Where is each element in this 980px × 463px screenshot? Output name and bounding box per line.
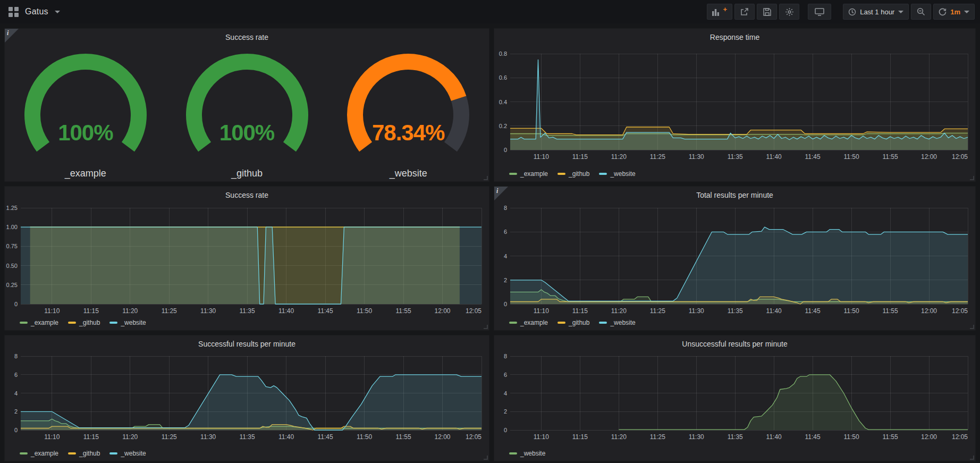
- legend-item-website[interactable]: _website: [109, 319, 146, 326]
- legend-item-website[interactable]: _website: [599, 319, 635, 326]
- svg-text:12:00: 12:00: [435, 433, 451, 441]
- panel-header[interactable]: Total results per minute: [494, 187, 975, 201]
- svg-text:11:45: 11:45: [318, 433, 333, 441]
- svg-text:4: 4: [504, 253, 507, 259]
- panel-success-rate-gauges: i Success rate 100%_example100%_github78…: [4, 28, 489, 182]
- settings-button[interactable]: [779, 4, 799, 20]
- chart-canvas[interactable]: 0246811:1011:1511:2011:2511:3011:3511:40…: [494, 335, 975, 461]
- legend-label: _example: [31, 450, 58, 457]
- series-_website: [619, 375, 968, 430]
- panel-total-results: i Total results per minute 0246811:1011:…: [494, 186, 976, 331]
- chart-canvas[interactable]: 00.250.500.751.001.2511:1011:1511:2011:2…: [5, 187, 489, 330]
- svg-text:1.25: 1.25: [6, 205, 18, 211]
- svg-text:11:15: 11:15: [572, 153, 588, 161]
- chart-legend: _example_github_website: [20, 450, 146, 457]
- svg-text:12:05: 12:05: [466, 307, 481, 315]
- svg-text:0.2: 0.2: [499, 123, 507, 129]
- legend-swatch: [109, 322, 117, 324]
- svg-text:0: 0: [504, 301, 507, 307]
- panel-resize-handle[interactable]: [484, 325, 488, 329]
- refresh-icon: [939, 8, 947, 16]
- gauge-row: 100%_example100%_github78.34%_website: [5, 41, 489, 181]
- svg-text:11:10: 11:10: [44, 433, 60, 441]
- panel-title[interactable]: Response time: [710, 33, 759, 41]
- svg-text:11:45: 11:45: [318, 307, 333, 315]
- chart-legend: _example_github_website: [509, 170, 636, 178]
- y-axis-labels: 00.20.40.60.8: [499, 50, 507, 153]
- svg-text:8: 8: [504, 353, 507, 359]
- svg-text:11:20: 11:20: [122, 307, 138, 315]
- legend-item-website[interactable]: _website: [599, 170, 635, 178]
- legend-item-example[interactable]: _example: [20, 319, 58, 326]
- legend-label: _website: [121, 450, 146, 457]
- caret-down-icon: [898, 11, 903, 13]
- panel-resize-handle[interactable]: [970, 325, 974, 329]
- panel-header[interactable]: Response time: [494, 29, 975, 44]
- time-range-button[interactable]: Last 1 hour: [843, 4, 909, 20]
- chart-canvas[interactable]: 0246811:1011:1511:2011:2511:3011:3511:40…: [5, 335, 489, 461]
- panel-header[interactable]: Unsuccessful results per minute: [494, 335, 975, 350]
- panel-header[interactable]: Success rate: [5, 187, 489, 201]
- x-axis-labels: 11:1011:1511:2011:2511:3011:3511:4011:45…: [44, 433, 481, 441]
- legend-item-example[interactable]: _example: [509, 170, 548, 178]
- panel-title[interactable]: Total results per minute: [696, 191, 773, 199]
- panel-header[interactable]: Successful results per minute: [5, 335, 489, 350]
- panel-title[interactable]: Success rate: [225, 191, 268, 199]
- panel-resize-handle[interactable]: [484, 456, 488, 460]
- dashboard-title[interactable]: Gatus: [25, 7, 48, 16]
- svg-text:11:50: 11:50: [844, 433, 859, 441]
- cycle-view-button[interactable]: [808, 4, 831, 20]
- legend-item-github[interactable]: _github: [68, 450, 100, 457]
- panel-title[interactable]: Success rate: [225, 33, 268, 41]
- chart-canvas[interactable]: 0246811:1011:1511:2011:2511:3011:3511:40…: [494, 187, 975, 330]
- x-axis-labels: 11:1011:1511:2011:2511:3011:3511:4011:45…: [534, 153, 968, 161]
- panel-resize-handle[interactable]: [970, 456, 974, 460]
- chart-svg: 0246811:1011:1511:2011:2511:3011:3511:40…: [5, 335, 489, 461]
- caret-down-icon[interactable]: [55, 11, 60, 13]
- legend-item-example[interactable]: _example: [20, 450, 58, 457]
- panel-resize-handle[interactable]: [970, 176, 974, 180]
- svg-text:11:45: 11:45: [805, 433, 821, 441]
- refresh-button[interactable]: 1m: [933, 4, 975, 20]
- share-button[interactable]: [734, 4, 755, 20]
- panel-title[interactable]: Successful results per minute: [198, 340, 295, 348]
- svg-text:11:10: 11:10: [534, 307, 549, 315]
- svg-text:11:50: 11:50: [844, 153, 859, 161]
- svg-text:11:55: 11:55: [882, 307, 898, 315]
- chart-canvas[interactable]: 00.20.40.60.811:1011:1511:2011:2511:3011…: [494, 29, 975, 181]
- panel-info-icon[interactable]: i: [494, 187, 508, 200]
- svg-text:11:50: 11:50: [844, 307, 859, 315]
- add-panel-button[interactable]: +: [707, 4, 733, 20]
- panel-resize-handle[interactable]: [484, 176, 488, 180]
- legend-label: _example: [520, 170, 548, 178]
- zoom-out-button[interactable]: [911, 4, 931, 20]
- legend-swatch: [557, 322, 565, 324]
- svg-text:11:20: 11:20: [611, 433, 627, 441]
- legend-item-github[interactable]: _github: [557, 170, 589, 178]
- legend-item-example[interactable]: _example: [509, 319, 548, 326]
- legend-item-github[interactable]: _github: [557, 319, 589, 326]
- svg-text:11:50: 11:50: [357, 307, 372, 315]
- save-button[interactable]: [757, 4, 777, 20]
- legend-item-github[interactable]: _github: [68, 319, 100, 326]
- svg-text:11:30: 11:30: [200, 433, 216, 441]
- panel-title[interactable]: Unsuccessful results per minute: [682, 340, 787, 348]
- svg-text:0: 0: [504, 147, 507, 153]
- y-axis-labels: 02468: [504, 205, 507, 307]
- dashboard-grid-icon[interactable]: [9, 7, 19, 17]
- svg-text:12:05: 12:05: [952, 153, 968, 161]
- svg-text:11:10: 11:10: [534, 433, 549, 441]
- legend-swatch: [599, 173, 607, 175]
- svg-text:11:40: 11:40: [766, 433, 782, 441]
- panel-header[interactable]: Success rate: [5, 29, 489, 44]
- legend-item-website[interactable]: _website: [109, 450, 146, 457]
- series-_website: [21, 375, 481, 430]
- panel-info-icon[interactable]: i: [5, 29, 19, 43]
- legend-item-website[interactable]: _website: [509, 450, 545, 457]
- svg-text:4: 4: [504, 390, 507, 397]
- clock-icon: [848, 8, 856, 16]
- svg-text:11:40: 11:40: [766, 153, 782, 161]
- caret-down-icon: [964, 11, 969, 13]
- svg-text:11:45: 11:45: [805, 153, 821, 161]
- svg-text:11:30: 11:30: [200, 307, 216, 315]
